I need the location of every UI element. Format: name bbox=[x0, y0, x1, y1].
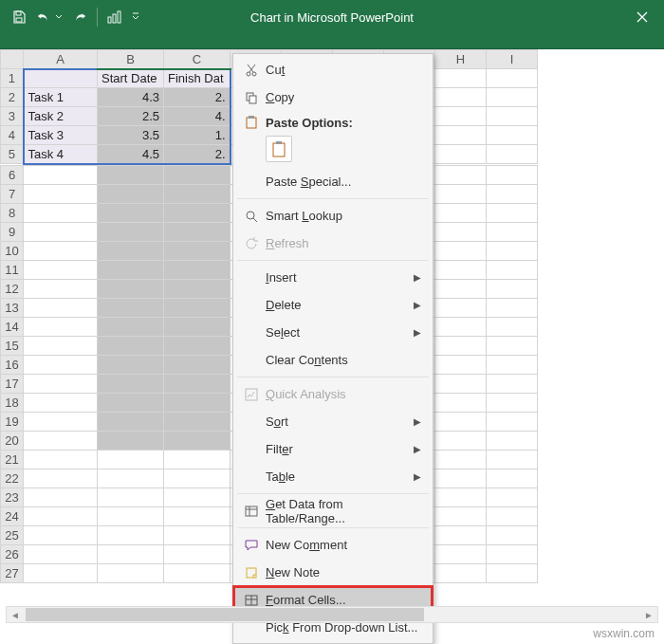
select-all-corner[interactable] bbox=[1, 50, 24, 69]
menu-cut[interactable]: Cut bbox=[233, 56, 433, 83]
cell[interactable] bbox=[487, 203, 538, 222]
cell[interactable] bbox=[487, 488, 538, 506]
cell[interactable] bbox=[164, 431, 231, 450]
cell[interactable] bbox=[98, 222, 164, 241]
menu-sort[interactable]: Sort ▶ bbox=[233, 408, 433, 435]
cell[interactable] bbox=[164, 412, 231, 431]
cell[interactable]: Task 4 bbox=[24, 145, 98, 164]
cell[interactable] bbox=[435, 317, 487, 336]
cell[interactable] bbox=[487, 544, 538, 563]
cell[interactable] bbox=[435, 488, 487, 506]
cell[interactable] bbox=[98, 279, 164, 298]
row-header[interactable]: 27 bbox=[1, 563, 24, 582]
row-header[interactable]: 26 bbox=[1, 544, 24, 563]
cell[interactable] bbox=[24, 563, 98, 582]
cell[interactable]: Start Date bbox=[98, 69, 164, 88]
cell[interactable]: Task 1 bbox=[24, 88, 98, 107]
row-header[interactable]: 5 bbox=[1, 145, 24, 164]
row-header[interactable]: 6 bbox=[1, 165, 24, 184]
cell[interactable] bbox=[164, 279, 231, 298]
row-header[interactable]: 10 bbox=[1, 241, 24, 260]
cell[interactable]: 4.5 bbox=[98, 145, 164, 164]
cell[interactable] bbox=[487, 563, 538, 582]
cell[interactable]: 2. bbox=[164, 145, 231, 164]
paste-default-button[interactable] bbox=[266, 136, 292, 162]
row-header[interactable]: 20 bbox=[1, 431, 24, 450]
cell[interactable] bbox=[164, 184, 231, 203]
cell[interactable] bbox=[435, 450, 487, 469]
menu-clear-contents[interactable]: Clear Contents bbox=[233, 346, 433, 374]
cell[interactable] bbox=[24, 165, 98, 184]
cell[interactable] bbox=[164, 260, 231, 279]
cell[interactable] bbox=[98, 165, 164, 184]
col-header[interactable]: C bbox=[164, 50, 231, 69]
row-header[interactable]: 12 bbox=[1, 279, 24, 298]
cell[interactable] bbox=[164, 355, 231, 374]
menu-new-note[interactable]: New Note bbox=[233, 559, 433, 586]
cell[interactable] bbox=[435, 336, 487, 355]
undo-icon[interactable] bbox=[36, 9, 51, 25]
menu-copy[interactable]: Copy bbox=[233, 83, 433, 111]
scroll-right-button[interactable]: ► bbox=[640, 607, 657, 622]
cell[interactable] bbox=[435, 222, 487, 241]
cell[interactable] bbox=[487, 506, 538, 525]
cell[interactable] bbox=[98, 374, 164, 393]
cell[interactable]: Task 3 bbox=[24, 126, 98, 145]
row-header[interactable]: 25 bbox=[1, 525, 24, 544]
cell[interactable] bbox=[435, 260, 487, 279]
cell[interactable] bbox=[435, 145, 487, 164]
row-header[interactable]: 19 bbox=[1, 412, 24, 431]
cell[interactable] bbox=[487, 393, 538, 412]
cell[interactable] bbox=[164, 544, 231, 563]
cell[interactable] bbox=[24, 488, 98, 506]
row-header[interactable]: 22 bbox=[1, 469, 24, 488]
chart-icon[interactable] bbox=[107, 9, 122, 25]
row-header[interactable]: 18 bbox=[1, 393, 24, 412]
cell[interactable] bbox=[435, 203, 487, 222]
cell[interactable] bbox=[98, 241, 164, 260]
menu-paste-special[interactable]: Paste Special... bbox=[233, 168, 433, 195]
cell[interactable] bbox=[487, 355, 538, 374]
menu-filter[interactable]: Filter ▶ bbox=[233, 435, 433, 463]
cell[interactable] bbox=[24, 431, 98, 450]
cell[interactable] bbox=[435, 107, 487, 126]
cell[interactable] bbox=[98, 336, 164, 355]
cell[interactable] bbox=[435, 298, 487, 317]
cell[interactable] bbox=[487, 450, 538, 469]
cell[interactable] bbox=[98, 450, 164, 469]
cell[interactable] bbox=[435, 126, 487, 145]
cell[interactable] bbox=[487, 184, 538, 203]
col-header[interactable]: A bbox=[24, 50, 98, 69]
cell[interactable]: Task 2 bbox=[24, 107, 98, 126]
cell[interactable] bbox=[164, 525, 231, 544]
row-header[interactable]: 21 bbox=[1, 450, 24, 469]
cell[interactable] bbox=[98, 506, 164, 525]
cell[interactable] bbox=[487, 69, 538, 88]
cell[interactable] bbox=[98, 184, 164, 203]
cell[interactable] bbox=[487, 107, 538, 126]
col-header[interactable]: H bbox=[435, 50, 487, 69]
cell[interactable] bbox=[98, 525, 164, 544]
cell[interactable] bbox=[435, 506, 487, 525]
cell[interactable] bbox=[24, 506, 98, 525]
cell[interactable] bbox=[164, 317, 231, 336]
cell[interactable] bbox=[487, 241, 538, 260]
cell[interactable] bbox=[487, 431, 538, 450]
cell[interactable] bbox=[435, 469, 487, 488]
cell[interactable] bbox=[24, 279, 98, 298]
cell[interactable] bbox=[24, 450, 98, 469]
cell[interactable] bbox=[487, 260, 538, 279]
scroll-thumb[interactable] bbox=[26, 608, 424, 621]
cell[interactable] bbox=[24, 69, 98, 88]
cell[interactable] bbox=[487, 145, 538, 164]
cell[interactable] bbox=[24, 412, 98, 431]
row-header[interactable]: 11 bbox=[1, 260, 24, 279]
cell[interactable] bbox=[164, 241, 231, 260]
cell[interactable]: 2.5 bbox=[98, 107, 164, 126]
menu-delete[interactable]: Delete ▶ bbox=[233, 291, 433, 319]
cell[interactable] bbox=[24, 374, 98, 393]
menu-smart-lookup[interactable]: Smart Lookup bbox=[233, 202, 433, 230]
cell[interactable]: 1. bbox=[164, 126, 231, 145]
menu-insert[interactable]: Insert ▶ bbox=[233, 264, 433, 291]
cell[interactable] bbox=[164, 165, 231, 184]
